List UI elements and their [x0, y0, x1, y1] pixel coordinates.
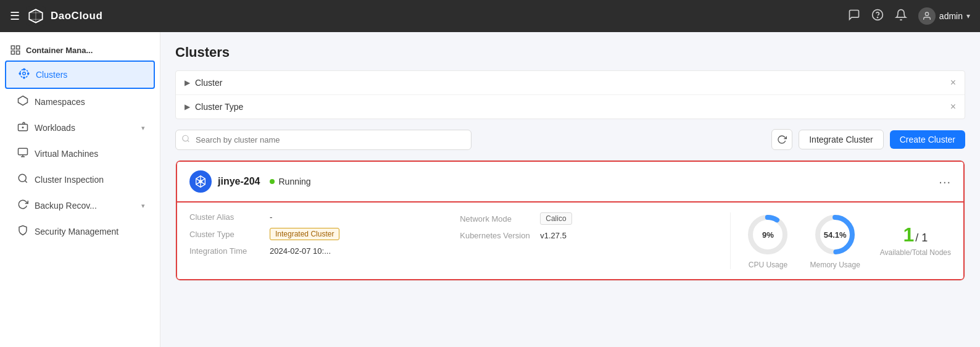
create-cluster-button[interactable]: Create Cluster	[890, 130, 965, 149]
svg-point-10	[23, 69, 25, 70]
cluster-alias-label: Cluster Alias	[189, 212, 270, 222]
sidebar-item-virtual-machines[interactable]: Virtual Machines	[5, 141, 155, 167]
network-mode-row: Network Mode Calico	[460, 212, 730, 225]
filter-cluster-chevron-icon: ▶	[185, 78, 190, 87]
user-area[interactable]: admin ▾	[918, 7, 970, 25]
workloads-icon	[17, 121, 28, 135]
memory-usage-value: 54.1%	[824, 230, 847, 240]
filter-row: ▶ Cluster × ▶ Cluster Type ×	[175, 70, 965, 119]
status-dot	[270, 179, 275, 184]
cluster-meta-right: Network Mode Calico Kubernetes Version v…	[460, 212, 730, 269]
sidebar-section-label: Container Mana...	[26, 46, 93, 55]
workloads-chevron-icon: ▾	[141, 124, 145, 132]
clusters-icon	[19, 68, 30, 82]
search-input[interactable]	[175, 130, 471, 150]
svg-rect-6	[11, 51, 14, 54]
svg-line-25	[202, 178, 206, 180]
cluster-type-label: Cluster Type	[189, 230, 270, 239]
sidebar-item-workloads[interactable]: Workloads ▾	[5, 115, 155, 141]
refresh-button[interactable]	[771, 129, 792, 150]
namespaces-icon	[17, 95, 28, 109]
svg-rect-4	[11, 46, 14, 49]
search-icon	[181, 135, 190, 145]
cpu-usage-widget: 9% CPU Usage	[745, 212, 790, 269]
filter-cluster-type-close-icon[interactable]: ×	[950, 101, 956, 112]
svg-point-20	[183, 135, 188, 141]
svg-rect-7	[17, 51, 20, 54]
memory-donut: 54.1%	[813, 212, 857, 257]
svg-point-12	[19, 73, 20, 74]
svg-rect-5	[17, 46, 20, 49]
filter-cluster-close-icon[interactable]: ×	[950, 77, 956, 88]
cpu-donut: 9%	[745, 212, 790, 257]
clusters-label: Clusters	[36, 70, 67, 80]
filter-cluster[interactable]: ▶ Cluster ×	[176, 71, 965, 95]
svg-line-26	[196, 182, 200, 184]
toolbar-right: Integrate Cluster Create Cluster	[771, 129, 965, 150]
svg-line-27	[196, 178, 200, 180]
svg-rect-18	[19, 148, 28, 155]
cluster-header: jinye-204 Running ···	[176, 161, 965, 203]
svg-point-9	[20, 69, 28, 78]
filter-cluster-type-chevron-icon: ▶	[185, 102, 190, 111]
cluster-status: Running	[278, 177, 310, 186]
svg-point-11	[23, 77, 25, 78]
svg-point-8	[23, 72, 26, 75]
svg-point-3	[925, 12, 928, 15]
backup-recovery-chevron-icon: ▾	[141, 202, 145, 210]
workloads-label: Workloads	[35, 123, 75, 133]
svg-marker-14	[19, 96, 28, 106]
main-layout: Container Mana... Clusters Namespaces Wo…	[0, 32, 980, 347]
logo-icon	[26, 6, 46, 26]
virtual-machines-label: Virtual Machines	[35, 149, 98, 159]
backup-recovery-icon	[17, 199, 28, 212]
topnav-right: admin ▾	[848, 7, 970, 25]
search-wrap	[175, 130, 471, 150]
cluster-icon	[189, 170, 212, 193]
network-mode-value: Calico	[540, 212, 571, 225]
cluster-more-button[interactable]: ···	[939, 175, 951, 189]
kubernetes-version-row: Kubernetes Version v1.27.5	[460, 231, 730, 240]
bell-icon[interactable]	[895, 9, 907, 24]
security-management-label: Security Management	[35, 227, 118, 236]
user-chevron-icon: ▾	[966, 12, 970, 20]
logo-area: DaoCloud	[26, 6, 102, 26]
message-icon[interactable]	[848, 9, 860, 24]
filter-cluster-type[interactable]: ▶ Cluster Type ×	[176, 95, 965, 119]
cpu-usage-label: CPU Usage	[749, 261, 787, 269]
integration-time-row: Integration Time 2024-02-07 10:...	[189, 246, 460, 256]
topnav: ☰ DaoCloud admin ▾	[0, 0, 980, 32]
cluster-alias-row: Cluster Alias -	[189, 212, 460, 222]
sidebar-item-backup-recovery[interactable]: Backup Recov... ▾	[5, 193, 155, 219]
sidebar-item-cluster-inspection[interactable]: Cluster Inspection	[5, 167, 155, 193]
sidebar-section-title: Container Mana...	[0, 37, 160, 61]
memory-usage-widget: 54.1% Memory Usage	[810, 212, 860, 269]
sidebar: Container Mana... Clusters Namespaces Wo…	[0, 32, 160, 347]
namespaces-label: Namespaces	[35, 97, 85, 107]
virtual-machines-icon	[17, 147, 28, 161]
memory-usage-label: Memory Usage	[810, 261, 860, 269]
sidebar-item-namespaces[interactable]: Namespaces	[5, 89, 155, 115]
sidebar-item-security-management[interactable]: Security Management	[5, 219, 155, 245]
cpu-usage-value: 9%	[762, 230, 774, 240]
nodes-count-row: 1 / 1	[903, 225, 928, 245]
metrics-area: 9% CPU Usage 54.1% Memory	[730, 212, 951, 269]
cluster-type-row: Cluster Type Integrated Cluster	[189, 228, 460, 240]
backup-recovery-label: Backup Recov...	[35, 201, 97, 211]
sidebar-item-clusters[interactable]: Clusters	[5, 61, 155, 89]
nodes-label: Available/Total Nodes	[880, 248, 951, 257]
integrate-cluster-button[interactable]: Integrate Cluster	[799, 130, 884, 149]
help-icon[interactable]	[871, 9, 884, 24]
cluster-alias-value: -	[270, 212, 272, 222]
network-mode-label: Network Mode	[460, 214, 540, 224]
cluster-name: jinye-204	[218, 176, 260, 187]
filter-cluster-label: Cluster	[195, 78, 950, 88]
main-content: Clusters ▶ Cluster × ▶ Cluster Type ×	[160, 32, 980, 347]
cluster-inspection-icon	[17, 173, 28, 186]
nodes-total-value: / 1	[915, 232, 928, 245]
hamburger-icon[interactable]: ☰	[10, 9, 20, 23]
cluster-type-value: Integrated Cluster	[270, 228, 339, 240]
k8s-icon	[194, 175, 207, 188]
page-title: Clusters	[175, 44, 965, 61]
toolbar: Integrate Cluster Create Cluster	[175, 129, 965, 150]
